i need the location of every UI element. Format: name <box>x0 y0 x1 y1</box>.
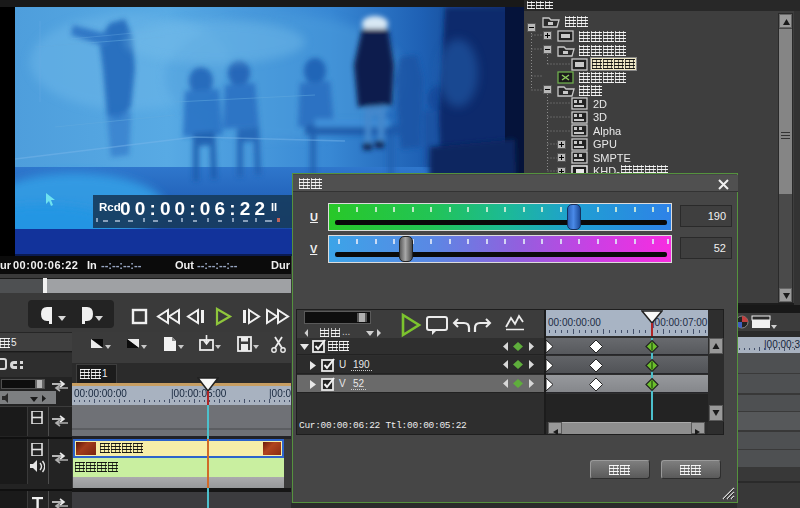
svg-text:00:00:06:22: 00:00:06:22 <box>120 198 265 219</box>
svg-text:II: II <box>271 201 277 213</box>
svg-text:Rcd: Rcd <box>99 201 121 213</box>
